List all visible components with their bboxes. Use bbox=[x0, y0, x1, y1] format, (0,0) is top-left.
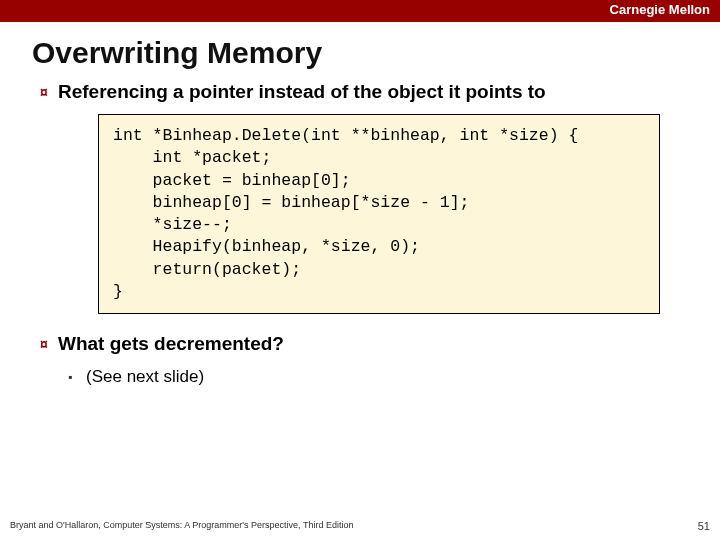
bullet-icon: ¤ bbox=[40, 332, 58, 356]
bullet-2-text: What gets decremented? bbox=[58, 332, 284, 356]
slide: Carnegie Mellon Overwriting Memory ¤ Ref… bbox=[0, 0, 720, 540]
bullet-1: ¤ Referencing a pointer instead of the o… bbox=[40, 80, 688, 104]
sub-bullet-1-text: (See next slide) bbox=[86, 366, 204, 388]
sub-bullet-1: ▪ (See next slide) bbox=[68, 366, 688, 388]
footer-citation: Bryant and O'Hallaron, Computer Systems:… bbox=[10, 520, 353, 532]
content-area: ¤ Referencing a pointer instead of the o… bbox=[0, 80, 720, 540]
square-bullet-icon: ▪ bbox=[68, 366, 86, 388]
brand-label: Carnegie Mellon bbox=[610, 2, 710, 17]
footer: Bryant and O'Hallaron, Computer Systems:… bbox=[10, 520, 710, 532]
code-block: int *Binheap.Delete(int **binheap, int *… bbox=[98, 114, 660, 314]
bullet-2: ¤ What gets decremented? bbox=[40, 332, 688, 356]
bullet-1-text: Referencing a pointer instead of the obj… bbox=[58, 80, 546, 104]
bullet-icon: ¤ bbox=[40, 80, 58, 104]
slide-title: Overwriting Memory bbox=[0, 22, 720, 80]
top-bar: Carnegie Mellon bbox=[0, 0, 720, 22]
page-number: 51 bbox=[698, 520, 710, 532]
